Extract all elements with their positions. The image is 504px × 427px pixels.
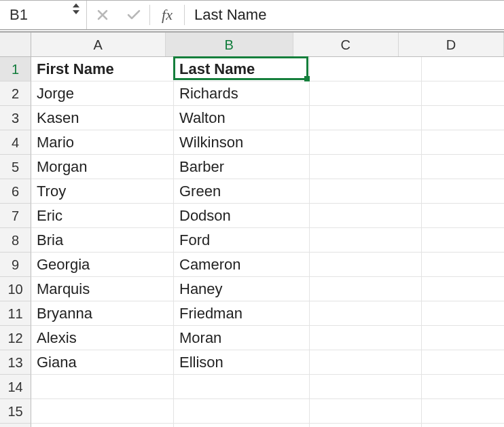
cell-A16[interactable] xyxy=(31,424,174,427)
cell-D6[interactable] xyxy=(422,179,504,204)
fx-label[interactable]: fx xyxy=(150,1,184,29)
cell-D14[interactable] xyxy=(422,375,504,399)
cell-A15[interactable] xyxy=(31,399,174,424)
table-row xyxy=(31,424,504,427)
cell-A11[interactable]: Bryanna xyxy=(31,301,174,326)
cells-area[interactable]: First NameLast NameJorgeRichardsKasenWal… xyxy=(31,57,504,427)
table-row: GianaEllison xyxy=(31,350,504,375)
cell-D8[interactable] xyxy=(422,228,504,253)
row-header-12[interactable]: 12 xyxy=(0,326,31,350)
cell-B14[interactable] xyxy=(174,375,310,399)
column-header-C[interactable]: C xyxy=(293,33,399,56)
row-header-5[interactable]: 5 xyxy=(0,155,31,179)
cell-C13[interactable] xyxy=(310,350,422,375)
cell-A3[interactable]: Kasen xyxy=(31,106,174,130)
cell-D3[interactable] xyxy=(422,106,504,130)
cell-A9[interactable]: Georgia xyxy=(31,253,174,277)
cell-C4[interactable] xyxy=(310,130,422,155)
table-row: BriaFord xyxy=(31,228,504,253)
cell-A5[interactable]: Morgan xyxy=(31,155,174,179)
cell-C15[interactable] xyxy=(310,399,422,424)
cell-D7[interactable] xyxy=(422,204,504,228)
row-header-16[interactable]: 16 xyxy=(0,424,31,427)
cell-A10[interactable]: Marquis xyxy=(31,277,174,301)
cell-B13[interactable]: Ellison xyxy=(174,350,310,375)
cell-A13[interactable]: Giana xyxy=(31,350,174,375)
cell-D15[interactable] xyxy=(422,399,504,424)
cell-C8[interactable] xyxy=(310,228,422,253)
select-all-corner[interactable] xyxy=(0,33,31,57)
row-header-2[interactable]: 2 xyxy=(0,81,31,106)
name-box[interactable]: B1 xyxy=(0,1,87,29)
formula-input[interactable] xyxy=(185,1,504,29)
cell-D4[interactable] xyxy=(422,130,504,155)
row-header-11[interactable]: 11 xyxy=(0,301,31,326)
row-header-13[interactable]: 13 xyxy=(0,350,31,375)
cell-B6[interactable]: Green xyxy=(174,179,310,204)
cell-C11[interactable] xyxy=(310,301,422,326)
cell-C16[interactable] xyxy=(310,424,422,427)
cell-A8[interactable]: Bria xyxy=(31,228,174,253)
column-header-A[interactable]: A xyxy=(31,33,166,56)
row-header-15[interactable]: 15 xyxy=(0,399,31,424)
formula-confirm-button[interactable] xyxy=(118,1,149,29)
cell-D16[interactable] xyxy=(422,424,504,427)
column-header-B[interactable]: B xyxy=(166,33,293,56)
cell-B12[interactable]: Moran xyxy=(174,326,310,350)
cell-B5[interactable]: Barber xyxy=(174,155,310,179)
cell-C9[interactable] xyxy=(310,253,422,277)
cell-C5[interactable] xyxy=(310,155,422,179)
cell-B11[interactable]: Friedman xyxy=(174,301,310,326)
cell-C7[interactable] xyxy=(310,204,422,228)
cell-B9[interactable]: Cameron xyxy=(174,253,310,277)
cell-B15[interactable] xyxy=(174,399,310,424)
cell-D12[interactable] xyxy=(422,326,504,350)
row-headers: 12345678910111213141516 xyxy=(0,57,31,427)
row-header-7[interactable]: 7 xyxy=(0,204,31,228)
table-row: EricDodson xyxy=(31,204,504,228)
name-box-stepper[interactable] xyxy=(71,2,81,16)
row-header-4[interactable]: 4 xyxy=(0,130,31,155)
cell-A1[interactable]: First Name xyxy=(31,57,174,81)
cell-B16[interactable] xyxy=(174,424,310,427)
cell-B1[interactable]: Last Name xyxy=(174,57,310,81)
cell-B2[interactable]: Richards xyxy=(174,81,310,106)
cell-A7[interactable]: Eric xyxy=(31,204,174,228)
cell-C3[interactable] xyxy=(310,106,422,130)
cell-A14[interactable] xyxy=(31,375,174,399)
row-header-6[interactable]: 6 xyxy=(0,179,31,204)
cell-D9[interactable] xyxy=(422,253,504,277)
row-header-10[interactable]: 10 xyxy=(0,277,31,301)
cell-C1[interactable] xyxy=(310,57,422,81)
cell-D11[interactable] xyxy=(422,301,504,326)
cell-A12[interactable]: Alexis xyxy=(31,326,174,350)
cell-D5[interactable] xyxy=(422,155,504,179)
cell-D2[interactable] xyxy=(422,81,504,106)
cell-A4[interactable]: Mario xyxy=(31,130,174,155)
table-row: GeorgiaCameron xyxy=(31,253,504,277)
row-header-1[interactable]: 1 xyxy=(0,57,31,81)
cell-B10[interactable]: Haney xyxy=(174,277,310,301)
row-header-9[interactable]: 9 xyxy=(0,253,31,277)
row-header-3[interactable]: 3 xyxy=(0,106,31,130)
cell-C2[interactable] xyxy=(310,81,422,106)
formula-cancel-button[interactable] xyxy=(87,1,118,29)
cell-C12[interactable] xyxy=(310,326,422,350)
table-row: First NameLast Name xyxy=(31,57,504,81)
cell-D1[interactable] xyxy=(422,57,504,81)
cell-B4[interactable]: Wilkinson xyxy=(174,130,310,155)
column-header-D[interactable]: D xyxy=(399,33,504,56)
cell-A2[interactable]: Jorge xyxy=(31,81,174,106)
cell-C6[interactable] xyxy=(310,179,422,204)
cell-B3[interactable]: Walton xyxy=(174,106,310,130)
cell-A6[interactable]: Troy xyxy=(31,179,174,204)
cell-B7[interactable]: Dodson xyxy=(174,204,310,228)
cell-C14[interactable] xyxy=(310,375,422,399)
row-header-8[interactable]: 8 xyxy=(0,228,31,253)
chevron-down-icon xyxy=(71,9,81,16)
cell-D13[interactable] xyxy=(422,350,504,375)
cell-D10[interactable] xyxy=(422,277,504,301)
cell-B8[interactable]: Ford xyxy=(174,228,310,253)
row-header-14[interactable]: 14 xyxy=(0,375,31,399)
cell-C10[interactable] xyxy=(310,277,422,301)
